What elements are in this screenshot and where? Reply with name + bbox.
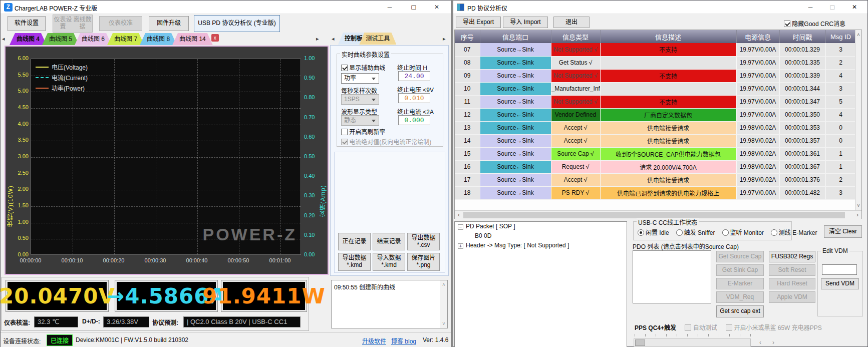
table-row[interactable]: 17Source→SinkAccept √供电端接受请求19.98V/0.02A… (455, 173, 856, 186)
table-row[interactable]: 12Source←SinkVendor Defined厂商自定义数据包19.97… (455, 108, 856, 121)
record-action-button[interactable]: 导出数据 *.csv (407, 233, 440, 250)
record-action-button[interactable]: 导出数据 *.kmd (338, 253, 371, 271)
record-action-button[interactable]: 导入数据 *.kmd (373, 253, 405, 271)
get-src-cap-ext-button[interactable]: Get src cap ext (716, 305, 764, 317)
table-row[interactable]: 13Source←SinkAccept √供电端接受请求19.98V/0.02A… (455, 121, 856, 134)
column-header[interactable]: 信息端口 (480, 30, 551, 43)
stop-voltage-input[interactable] (398, 93, 430, 103)
pd-analyzer-button[interactable]: USB PD 协议分析仪 (专业版) (194, 15, 280, 32)
tabs-scroll-left-icon[interactable]: ◂ (2, 36, 5, 42)
close-icon[interactable]: ✕ (843, 1, 865, 14)
record-action-button[interactable]: 结束记录 (373, 233, 405, 250)
table-row[interactable]: 10Source←Sink_Manufacturer_Inf19.97V/0.0… (455, 82, 856, 95)
table-row[interactable]: 18Source→SinkPS RDY √供电端已调整到请求的供电能力规格上19… (455, 186, 856, 199)
cc-radio-option[interactable]: 闲置 Idle (638, 228, 669, 236)
minimize-icon[interactable]: ─ (799, 1, 821, 14)
aux-curve-select[interactable]: 功率 (341, 73, 379, 84)
pd-command-button[interactable]: FUSB302 Regs (769, 251, 815, 262)
tree-node-root[interactable]: −PD Packet [ SOP ] (455, 222, 627, 231)
checkbox-icon (685, 324, 691, 331)
show-aux-curve-checkbox[interactable]: 显示辅助曲线 (341, 63, 385, 72)
panel-tabs-scroll-right-icon[interactable]: ▸ (443, 36, 446, 42)
scroll-right-icon[interactable]: › (853, 211, 861, 219)
blog-link[interactable]: 博客 blog (391, 336, 416, 345)
tree-node-header[interactable]: +Header -> Msg Type: [ Not Supported ] (455, 241, 627, 250)
expand-icon[interactable]: + (458, 243, 463, 249)
minimize-icon[interactable]: ─ (379, 1, 401, 14)
tabs-scroll-right-icon[interactable]: ▸ (316, 36, 319, 42)
maximize-icon[interactable]: ▢ (403, 1, 425, 14)
pdo-listbox[interactable] (633, 250, 711, 303)
chart-tab[interactable]: 曲线图 6 (75, 33, 112, 45)
record-action-button[interactable]: 正在记录 (338, 233, 371, 250)
slider-tick (719, 334, 719, 336)
send-vdm-button[interactable]: Send VDM (821, 278, 859, 289)
chart-area[interactable]: 电压(Voltage)电流(Current)功率(Power) POWER-Z … (5, 46, 329, 275)
cc-state-group: USB-C CC线工作状态 闲置 Idle触发 Sniffer监听 Monito… (633, 221, 792, 240)
collapse-icon[interactable]: − (458, 224, 463, 230)
chart-tab[interactable]: 曲线图 5 (42, 33, 79, 45)
column-header[interactable]: 序号 (455, 30, 480, 43)
maximize-icon[interactable]: ▢ (821, 1, 843, 14)
legend-line-icon (36, 67, 49, 68)
column-header[interactable]: 电源信息 (736, 30, 779, 43)
table-cell: Source←Sink (480, 108, 551, 121)
clear-button[interactable]: 清空 Clear (824, 225, 862, 238)
tree-node-bytes[interactable]: B0 0D (455, 231, 627, 241)
hide-crc-checkbox[interactable]: 隐藏Good CRC消息 (784, 19, 845, 28)
scroll-down-icon[interactable]: ˅ (440, 320, 447, 327)
column-header[interactable]: 时间戳 (779, 30, 825, 43)
table-row[interactable]: 08Source←SinkGet Status √19.97V/0.00A00:… (455, 56, 856, 69)
slider-left-icon[interactable]: ‹ (755, 339, 766, 346)
chart-tab[interactable]: 曲线图 4 (10, 33, 47, 45)
quit-button[interactable]: 退出 (553, 17, 590, 28)
tab-test-tools[interactable]: 测试工具 (359, 33, 396, 45)
stop-current-input[interactable] (398, 115, 430, 125)
stop-time-input[interactable] (398, 71, 430, 81)
scroll-up-icon[interactable]: ˄ (855, 31, 861, 39)
scroll-left-icon[interactable]: ‹ (455, 211, 463, 219)
chart-tab[interactable]: 曲线图 14 (172, 33, 213, 45)
pps-slider[interactable] (634, 338, 751, 347)
cc-radio-option[interactable]: 触发 Sniffer (676, 228, 715, 236)
export-button[interactable]: 导出 Export (456, 17, 501, 28)
panel-tab-strip: 控制板 测试工具 (330, 33, 450, 45)
record-action-button[interactable]: 保存图片 *.png (407, 253, 440, 271)
packet-tree-panel[interactable]: −PD Packet [ SOP ] B0 0D +Header -> Msg … (454, 221, 627, 347)
close-tab-icon[interactable]: x (211, 34, 219, 42)
firmware-upgrade-button[interactable]: 固件升级 (149, 16, 189, 31)
import-button[interactable]: 导入 Import (503, 17, 548, 28)
upgrade-link[interactable]: 升级软件 (362, 336, 386, 345)
table-cell: 00:00:01.329 (779, 43, 825, 56)
table-row[interactable]: 14Source→SinkAccept √供电端接受请求19.98V/0.02A… (455, 134, 856, 147)
power-display: 91.9411W (221, 280, 307, 311)
table-row[interactable]: 15Source→SinkSource Cap √收到5个SOURCE_CAP供… (455, 147, 856, 160)
close-icon[interactable]: ✕ (426, 1, 448, 14)
table-row[interactable]: 07Source→SinkNot Supported √不支持19.97V/0.… (455, 43, 856, 56)
table-cell: 19.98V/0.02A (736, 160, 779, 173)
column-header[interactable]: 信息类型 (551, 30, 600, 43)
table-vscrollbar[interactable]: ˄ ˅ (855, 30, 861, 210)
table-cell: 4 (825, 108, 856, 121)
column-header[interactable]: Msg ID (825, 30, 856, 43)
log-panel[interactable]: 09:50:55 创建新的曲线 ˄ ˅ (331, 280, 448, 328)
chart-tab[interactable]: 曲线图 7 (107, 33, 144, 45)
column-header[interactable]: 信息描述 (600, 30, 736, 43)
table-cell: Source Cap √ (551, 147, 600, 160)
pps-slider-thumb[interactable] (635, 339, 645, 346)
table-row[interactable]: 11Source→SinkNot Supported √不支持19.97V/0.… (455, 95, 856, 108)
high-refresh-checkbox[interactable]: 开启高刷新率 (341, 127, 385, 136)
cc-radio-option[interactable]: 测线 E-Marker (771, 228, 817, 236)
table-row[interactable]: 09Source→SinkNot Supported √不支持19.97V/0.… (455, 69, 856, 82)
scroll-up-icon[interactable]: ˄ (440, 281, 447, 288)
slider-right-icon[interactable]: › (768, 339, 779, 346)
scroll-down-icon[interactable]: ˅ (855, 202, 861, 209)
table-cell: 19.97V/0.00A (736, 82, 779, 95)
vdm-input[interactable] (822, 264, 857, 275)
log-scrollbar[interactable]: ˄ ˅ (440, 280, 447, 328)
software-settings-button[interactable]: 软件设置 (8, 16, 46, 31)
auto-test-checkbox: 自动测试 (685, 324, 717, 331)
chart-tab[interactable]: 曲线图 8 (140, 33, 177, 45)
table-row[interactable]: 16Source←SinkRequest √请求 20.000V/4.700A1… (455, 160, 856, 173)
cc-radio-option[interactable]: 监听 Monitor (722, 228, 764, 236)
